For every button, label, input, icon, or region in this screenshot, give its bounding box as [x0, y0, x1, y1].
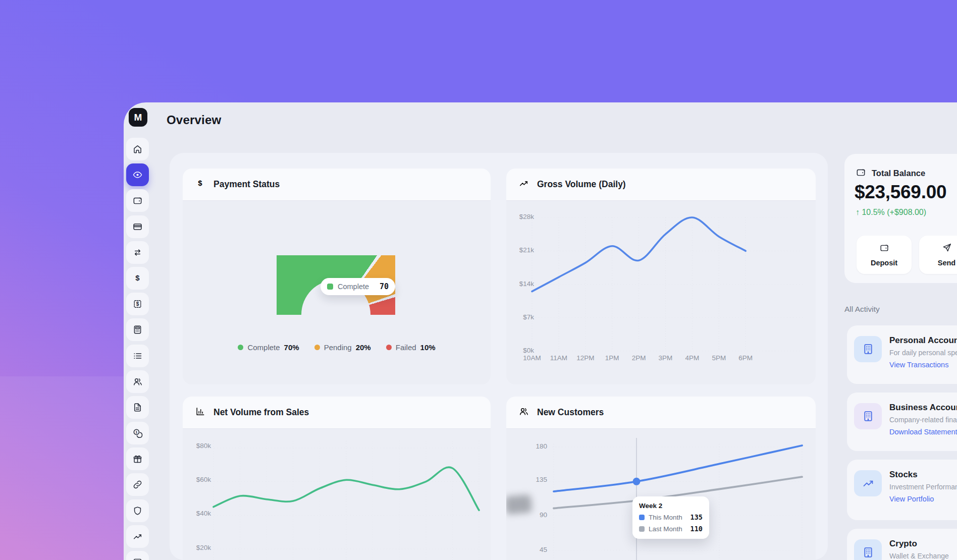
- sidebar-item-calculator[interactable]: [126, 318, 149, 341]
- gross-volume-card: Gross Volume (Daily) $28k$21k$14k$7k$0k1…: [506, 169, 816, 384]
- shield-icon: [132, 506, 143, 516]
- tooltip-row: This Month 135: [639, 513, 703, 521]
- sidebar-item-transfers[interactable]: [126, 241, 149, 264]
- sidebar-item-invoices[interactable]: $: [126, 293, 149, 315]
- trending-up-icon: [132, 531, 143, 542]
- tooltip-value: 70: [380, 282, 389, 291]
- send-button[interactable]: Send: [919, 236, 957, 274]
- payment-status-legend: Complete70%Pending20%Failed10%: [183, 343, 491, 352]
- total-balance-card: Total Balance $23,569.00 ↑ 10.5% (+$908.…: [844, 154, 957, 283]
- legend-label: Complete: [247, 343, 280, 352]
- legend-value: 70%: [284, 343, 299, 352]
- activity-link[interactable]: Download Statements: [889, 428, 957, 436]
- payment-status-card: $ Payment Status Complete 70 Complete70%…: [183, 169, 491, 384]
- card-title: Payment Status: [214, 179, 280, 190]
- sidebar: $$1: [126, 138, 149, 560]
- axis-tick-label: $7k: [508, 313, 534, 321]
- axis-tick-label: 2PM: [626, 354, 652, 362]
- gauge-tooltip: Complete 70: [321, 278, 395, 295]
- wallet-icon: [856, 167, 866, 178]
- activity-subtitle: Investment Performance: [889, 483, 957, 491]
- axis-tick-label: 135: [521, 476, 547, 483]
- total-balance-head: Total Balance: [856, 167, 925, 180]
- send-icon: [942, 243, 952, 253]
- axis-tick-label: 4PM: [679, 354, 705, 362]
- credit-card-icon: [132, 221, 143, 232]
- gross-volume-header: Gross Volume (Daily): [506, 169, 816, 201]
- gift-icon: [132, 454, 143, 464]
- net-volume-chart[interactable]: [183, 429, 491, 560]
- building-icon: [862, 410, 875, 423]
- activity-link[interactable]: View Portfolio: [889, 495, 934, 503]
- activity-link[interactable]: View Transactions: [889, 361, 948, 369]
- trending-up-icon: [518, 178, 529, 189]
- send-icon: [942, 243, 952, 255]
- chart-tooltip: Week 2 This Month 135 Last Month 110: [632, 496, 709, 539]
- deposit-button[interactable]: Deposit: [857, 236, 912, 274]
- net-volume-header: Net Volume from Sales: [183, 397, 491, 429]
- sidebar-item-documents[interactable]: [126, 396, 149, 419]
- sidebar-item-analytics[interactable]: [126, 525, 149, 548]
- axis-tick-label: 12PM: [572, 354, 599, 362]
- activity-subtitle: Wallet & Exchange: [889, 552, 949, 560]
- app-logo[interactable]: M: [129, 108, 147, 127]
- tooltip-swatch: [327, 284, 333, 290]
- axis-tick-label: 10AM: [519, 354, 545, 362]
- activity-item-crypto[interactable]: CryptoWallet & Exchange: [847, 529, 957, 560]
- legend-dot: [238, 345, 243, 350]
- send-label: Send: [938, 259, 955, 267]
- total-balance-label: Total Balance: [872, 169, 925, 178]
- axis-tick-label: 3PM: [653, 354, 679, 362]
- tooltip-title: Week 2: [639, 502, 703, 510]
- activity-icon-tile: [854, 403, 882, 429]
- trending-up-icon: [862, 477, 875, 490]
- device-icon: [132, 557, 143, 560]
- svg-text:1: 1: [135, 430, 137, 434]
- sidebar-item-devices[interactable]: [126, 551, 149, 560]
- sidebar-item-security[interactable]: [126, 499, 149, 522]
- legend-label: Pending: [324, 343, 352, 352]
- axis-tick-label: $28k: [508, 213, 534, 220]
- sidebar-item-coins[interactable]: 1: [126, 422, 149, 444]
- sidebar-item-home[interactable]: [126, 138, 149, 160]
- calculator-icon: [132, 324, 143, 335]
- deposit-label: Deposit: [871, 259, 897, 267]
- dollar-icon: $: [195, 178, 205, 191]
- all-activity-heading: All Activity: [844, 305, 880, 314]
- activity-item-stocks[interactable]: StocksInvestment PerformanceView Portfol…: [847, 460, 957, 520]
- activity-subtitle: For daily personal spending: [889, 349, 957, 357]
- axis-tick-label: $20k: [185, 544, 211, 551]
- sidebar-item-payments[interactable]: $: [126, 267, 149, 290]
- net-volume-card: Net Volume from Sales $80k$60k$40k$20k: [183, 397, 491, 560]
- sidebar-item-wallet[interactable]: [126, 189, 149, 212]
- card-title: Gross Volume (Daily): [537, 179, 626, 190]
- axis-tick-label: $80k: [185, 442, 211, 450]
- series-label: Last Month: [649, 525, 682, 533]
- users-icon: [518, 406, 529, 419]
- sidebar-item-overview[interactable]: [126, 163, 149, 186]
- legend-value: 20%: [356, 343, 371, 352]
- sidebar-item-rewards[interactable]: [126, 447, 149, 470]
- new-customers-chart[interactable]: [506, 429, 816, 560]
- sidebar-item-customers[interactable]: [126, 370, 149, 393]
- activity-item-business-account[interactable]: Business AccountCompany-related finances…: [847, 393, 957, 451]
- activity-title: Stocks: [889, 470, 918, 480]
- new-customers-header: New Customers: [506, 397, 816, 429]
- tooltip-row: Last Month 110: [639, 525, 703, 533]
- tooltip-label: Complete: [338, 283, 369, 291]
- building-icon: [862, 546, 875, 559]
- activity-title: Business Account: [889, 403, 957, 413]
- sidebar-item-cards[interactable]: [126, 215, 149, 238]
- axis-tick-label: $0k: [508, 347, 534, 354]
- activity-item-personal-account[interactable]: Personal AccountFor daily personal spend…: [847, 325, 957, 384]
- sidebar-item-transactions[interactable]: [126, 345, 149, 367]
- axis-tick-label: 5PM: [706, 354, 732, 362]
- sidebar-item-links[interactable]: [126, 473, 149, 496]
- building-icon: [862, 343, 875, 356]
- activity-title: Crypto: [889, 539, 917, 549]
- axis-tick-label: 45: [521, 546, 547, 553]
- this-month-point[interactable]: [633, 478, 641, 485]
- dollar-icon: $: [132, 273, 143, 284]
- total-balance-amount: $23,569.00: [855, 182, 946, 203]
- series-swatch: [639, 526, 645, 532]
